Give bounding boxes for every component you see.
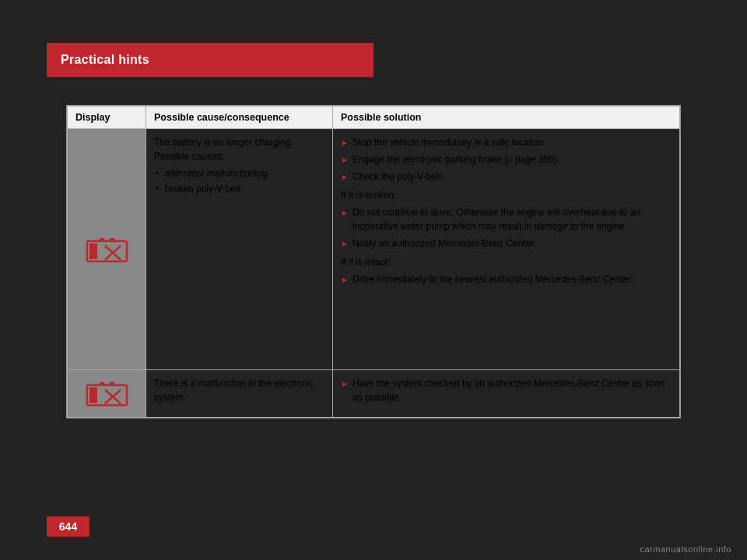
cause-bullets-1: alternator malfunctioning broken poly-V-…: [154, 166, 324, 196]
display-cell-2: [68, 370, 146, 418]
solution-cell-1: ► Stop the vehicle immediately in a safe…: [333, 129, 680, 370]
page-title: Practical hints: [61, 53, 149, 67]
cause-intro-2: There is a malfunction in the electronic…: [154, 376, 324, 404]
bullet-item: alternator malfunctioning: [154, 166, 324, 180]
solution-cell-2: ► Have the system checked by an authoriz…: [333, 370, 680, 418]
svg-rect-3: [89, 243, 97, 259]
solution-item: ► Have the system checked by an authoriz…: [341, 376, 672, 404]
solution-item: ► Notify an authorized Mercedes-Benz Cen…: [341, 236, 672, 250]
table-row: The battery is no longer charging. Possi…: [68, 129, 680, 370]
solution-item: ► Engage the electronic parking brake (▹…: [341, 152, 672, 166]
solution-text: Check the poly-V-belt.: [352, 170, 444, 184]
bullet-item: broken poly-V-belt: [154, 182, 324, 196]
arrow-icon: ►: [341, 171, 349, 183]
svg-rect-9: [89, 387, 97, 403]
svg-rect-1: [100, 238, 104, 242]
cause-cell-2: There is a malfunction in the electronic…: [146, 370, 333, 418]
arrow-icon: ►: [341, 378, 349, 390]
solution-text: Engage the electronic parking brake (▹ p…: [352, 152, 559, 166]
cause-intro-1: The battery is no longer charging. Possi…: [154, 135, 324, 163]
arrow-icon: ►: [341, 137, 349, 149]
arrow-icon: ►: [341, 274, 349, 285]
arrow-icon: ►: [341, 238, 349, 250]
display-cell-1: [68, 129, 146, 370]
cause-cell-1: The battery is no longer charging. Possi…: [146, 129, 333, 370]
solution-text: Notify an authorized Mercedes-Benz Cente…: [352, 236, 536, 250]
battery-icon-1: [86, 235, 128, 264]
arrow-icon: ►: [341, 207, 349, 219]
col-header-display: Display: [68, 107, 146, 129]
icon-box-2: [68, 370, 146, 417]
main-table-container: Display Possible cause/consequence Possi…: [66, 105, 681, 418]
solution-item: ► Check the poly-V-belt.: [341, 170, 672, 184]
arrow-icon: ►: [341, 154, 349, 166]
watermark-text: carmanualsonline.info: [640, 544, 731, 554]
solution-item: ► Drive immediately to the nearest autho…: [341, 272, 672, 286]
if-intact-label: If it is intact:: [341, 255, 672, 269]
table-row: There is a malfunction in the electronic…: [68, 370, 680, 418]
page-number: 644: [47, 516, 89, 537]
if-broken-label: If it is broken:: [341, 188, 672, 202]
solution-item: ► Do not continue to drive. Otherwise th…: [341, 205, 672, 233]
solution-text: Have the system checked by an authorized…: [352, 376, 672, 404]
battery-icon-2: [86, 379, 128, 408]
solution-text: Do not continue to drive. Otherwise the …: [352, 205, 672, 233]
hints-table: Display Possible cause/consequence Possi…: [67, 106, 680, 418]
svg-rect-8: [110, 382, 114, 386]
icon-box-1: [68, 129, 146, 369]
col-header-cause: Possible cause/consequence: [146, 107, 333, 129]
svg-rect-2: [110, 238, 114, 242]
svg-rect-7: [100, 382, 104, 386]
solution-item: ► Stop the vehicle immediately in a safe…: [341, 135, 672, 149]
header-bar: Practical hints: [47, 43, 374, 77]
solution-text: Stop the vehicle immediately in a safe l…: [352, 135, 546, 149]
solution-text: Drive immediately to the nearest authori…: [352, 272, 633, 286]
col-header-solution: Possible solution: [333, 107, 680, 129]
